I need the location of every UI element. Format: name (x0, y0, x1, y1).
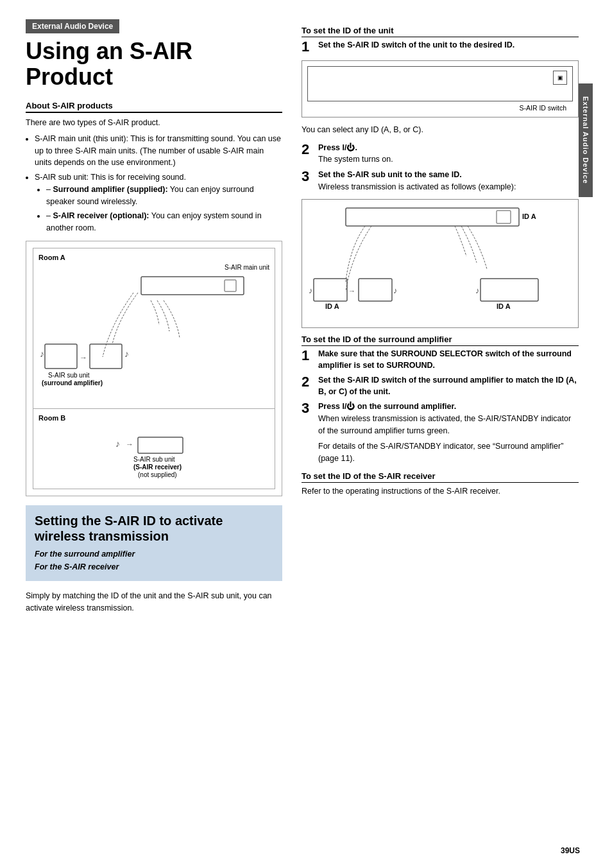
step-unit-1: 1 Set the S-AIR ID switch of the unit to… (302, 40, 579, 54)
room-diagram: Room A S-AIR main unit ♪ (26, 241, 282, 496)
svg-rect-2 (45, 344, 77, 369)
svg-text:(surround amplifier): (surround amplifier) (42, 379, 103, 386)
wireless-id-svg: ID A ♪ → ID A (307, 205, 557, 320)
sub-item-2: S-AIR receiver (optional): You can enjoy… (46, 210, 282, 234)
svg-text:→: → (348, 287, 355, 295)
svg-text:♪: ♪ (475, 286, 480, 295)
unit-diagram: ▣ S-AIR ID switch (302, 60, 579, 117)
page-container: External Audio Device Using an S-AIR Pro… (0, 0, 612, 868)
svg-text:♪: ♪ (124, 349, 129, 359)
svg-text:♪: ♪ (115, 438, 120, 449)
svg-rect-15 (346, 208, 519, 226)
main-content: External Audio Device Using an S-AIR Pro… (0, 0, 612, 868)
you-can-select: You can select any ID (A, B, or C). (302, 124, 579, 136)
room-b-svg: ♪ → S-AIR sub unit (S-AIR receiver) (not… (38, 424, 257, 482)
surround-step-1: 1 Make sure that the SURROUND SELECTOR s… (302, 349, 579, 371)
step3-normal: Wireless transmission is activated as fo… (318, 181, 579, 193)
set-surround-heading: To set the ID of the surround amplifier (302, 334, 579, 346)
sub-item-1: Surround amplifier (supplied): You can e… (46, 184, 282, 208)
bullet-item-2: S-AIR sub unit: This is for receiving so… (35, 171, 282, 234)
room-a-svg: ♪ → ♪ S-AIR sub unit (surround ampl (38, 273, 257, 402)
svg-rect-21 (359, 279, 392, 301)
surround-step1-bold: Make sure that the SURROUND SELECTOR swi… (318, 349, 579, 371)
set-receiver-heading: To set the ID of the S-AIR receiver (302, 471, 579, 483)
switch-label: S-AIR ID switch (307, 104, 573, 112)
svg-rect-16 (497, 211, 511, 223)
surround-step2-bold: Set the S-AIR ID switch of the surround … (318, 375, 579, 397)
svg-text:S-AIR sub unit: S-AIR sub unit (133, 456, 175, 463)
page-title: Using an S-AIR Product (26, 39, 282, 89)
surround-step3-normal1: When wireless transmission is activated,… (318, 413, 579, 437)
svg-rect-11 (138, 437, 183, 453)
room-b-label: Room B (38, 414, 269, 422)
highlight-title: Setting the S-AIR ID to activate wireles… (35, 513, 273, 544)
svg-text:ID A: ID A (522, 213, 536, 220)
step2-bold: Press I/⏻. (318, 143, 579, 154)
surround-step-3: 3 Press I/⏻ on the surround amplifier. W… (302, 401, 579, 465)
bullet-item-1: S-AIR main unit (this unit): This is for… (35, 133, 282, 169)
svg-text:♪: ♪ (393, 286, 398, 295)
step-unit-2: 2 Press I/⏻. The system turns on. (302, 143, 579, 166)
surround-step-2: 2 Set the S-AIR ID switch of the surroun… (302, 375, 579, 397)
svg-text:→: → (80, 353, 87, 362)
surround-step3-normal2: For details of the S-AIR/STANDBY indicat… (318, 440, 579, 465)
svg-text:→: → (126, 440, 133, 449)
svg-text:(S-AIR receiver): (S-AIR receiver) (133, 464, 182, 471)
switch-icon: ▣ (553, 71, 567, 85)
about-intro: There are two types of S-AIR product. (26, 117, 282, 129)
svg-text:ID A: ID A (325, 302, 339, 310)
step2-normal: The system turns on. (318, 153, 579, 166)
svg-text:(not supplied): (not supplied) (138, 471, 177, 478)
receiver-text: Refer to the operating instructions of t… (302, 485, 579, 498)
svg-text:♪: ♪ (40, 349, 44, 359)
main-unit-label: S-AIR main unit (38, 264, 269, 271)
svg-rect-0 (141, 277, 244, 295)
highlight-box: Setting the S-AIR ID to activate wireles… (26, 505, 282, 581)
svg-rect-5 (90, 344, 122, 369)
bullet-list: S-AIR main unit (this unit): This is for… (35, 133, 282, 234)
for-surround: For the surround amplifier (35, 548, 273, 560)
surround-step3-bold: Press I/⏻ on the surround amplifier. (318, 401, 579, 413)
right-column: To set the ID of the unit 1 Set the S-AI… (295, 19, 579, 849)
left-column: External Audio Device Using an S-AIR Pro… (26, 19, 295, 849)
svg-rect-24 (480, 279, 538, 301)
svg-rect-18 (314, 279, 347, 301)
section-tag: External Audio Device (26, 19, 119, 33)
svg-rect-1 (225, 280, 236, 291)
page-number: 39US (561, 846, 580, 855)
room-a-label: Room A (38, 254, 269, 261)
about-heading: About S-AIR products (26, 101, 282, 113)
side-tab: External Audio Device (579, 83, 593, 197)
unit-diagram-inner: ▣ (307, 66, 573, 101)
intro-text: Simply by matching the ID of the unit an… (26, 590, 282, 614)
set-unit-heading: To set the ID of the unit (302, 26, 579, 37)
svg-text:ID A: ID A (497, 302, 511, 310)
step-unit-3: 3 Set the S-AIR sub unit to the same ID.… (302, 169, 579, 193)
step1-bold: Set the S-AIR ID switch of the unit to t… (318, 40, 579, 51)
svg-text:♪: ♪ (309, 286, 313, 295)
svg-text:S-AIR sub unit: S-AIR sub unit (48, 372, 90, 379)
for-receiver: For the S-AIR receiver (35, 560, 273, 573)
wireless-diagram: ID A ♪ → ID A (302, 199, 579, 328)
step3-bold: Set the S-AIR sub unit to the same ID. (318, 169, 579, 181)
sub-list: Surround amplifier (supplied): You can e… (46, 184, 282, 234)
